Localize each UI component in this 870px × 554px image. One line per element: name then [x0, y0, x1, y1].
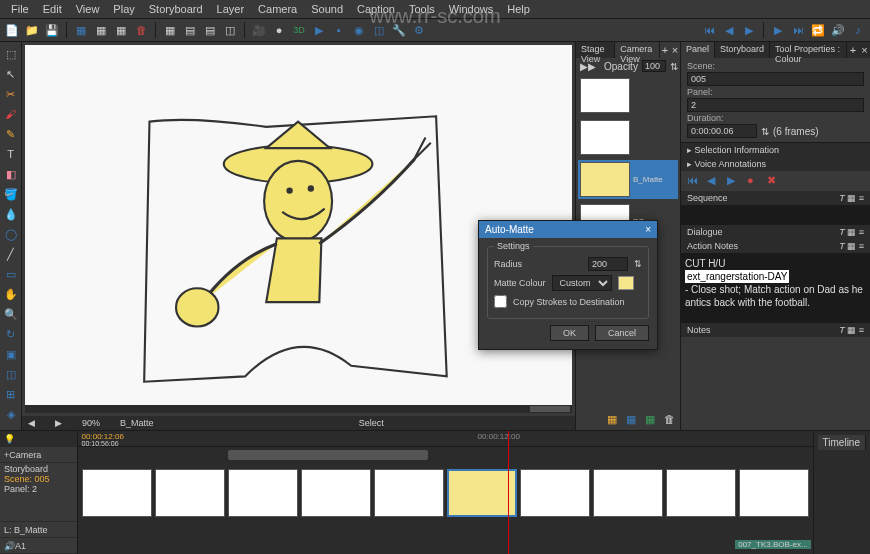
zoom-level[interactable]: 90%: [82, 418, 100, 428]
onion-icon[interactable]: ◉: [351, 22, 367, 38]
add-layer-icon[interactable]: ▦: [604, 411, 620, 427]
menu-view[interactable]: View: [69, 1, 107, 17]
play2-icon[interactable]: ▶: [727, 174, 741, 188]
close-view-icon[interactable]: ×: [670, 42, 680, 58]
delete-icon[interactable]: 🗑: [133, 22, 149, 38]
back-icon[interactable]: ◀: [707, 174, 721, 188]
camera-track[interactable]: [78, 447, 813, 463]
timeline-thumb[interactable]: [228, 469, 298, 517]
camera-track-label[interactable]: + Camera: [0, 447, 77, 463]
audio-clip[interactable]: 007_TK3.BOB-ex...: [735, 540, 810, 549]
menu-play[interactable]: Play: [106, 1, 141, 17]
action-notes-header[interactable]: Action Notes T ▦ ≡: [681, 239, 870, 253]
cutter-tool-icon[interactable]: ✂: [3, 86, 19, 102]
tab-tool-props[interactable]: Tool Properties : Colour: [770, 42, 847, 58]
panel-icon[interactable]: ▦: [73, 22, 89, 38]
overlay-icon[interactable]: ◫: [222, 22, 238, 38]
matte-colour-select[interactable]: Custom: [552, 275, 612, 291]
grid2-icon[interactable]: ◫: [371, 22, 387, 38]
eraser-tool-icon[interactable]: ◧: [3, 166, 19, 182]
timeline-thumb[interactable]: [374, 469, 444, 517]
spin-icon[interactable]: ⇅: [634, 259, 642, 269]
rect-tool-icon[interactable]: ▭: [3, 266, 19, 282]
timeline-thumb[interactable]: [739, 469, 809, 517]
expand-icon[interactable]: ▶▶: [580, 61, 596, 72]
stop-icon[interactable]: ✖: [767, 174, 781, 188]
brush-tool-icon[interactable]: 🖌: [3, 106, 19, 122]
last-icon[interactable]: ⏭: [790, 22, 806, 38]
selection-info-header[interactable]: ▸ Selection Information: [681, 143, 870, 157]
rotate-tool-icon[interactable]: ↻: [3, 326, 19, 342]
select-tool-icon[interactable]: ⬚: [3, 46, 19, 62]
list-icon[interactable]: ▤: [202, 22, 218, 38]
group-layer-icon[interactable]: ▦: [642, 411, 658, 427]
colour-swatch[interactable]: [618, 276, 634, 290]
record-icon[interactable]: ●: [747, 174, 761, 188]
layout-icon[interactable]: ▤: [182, 22, 198, 38]
dup-panel-icon[interactable]: ▦: [113, 22, 129, 38]
add-view-icon[interactable]: +: [660, 42, 670, 58]
delete-layer-icon[interactable]: 🗑: [661, 411, 677, 427]
layer-thumb[interactable]: [578, 118, 678, 157]
storyboard-track[interactable]: [78, 463, 813, 522]
tab-camera-view[interactable]: Camera View: [615, 42, 660, 58]
flatten-icon[interactable]: ▪: [331, 22, 347, 38]
pencil-tool-icon[interactable]: ✎: [3, 126, 19, 142]
library-icon[interactable]: ◈: [3, 406, 19, 422]
next-panel-icon[interactable]: ▶: [55, 418, 62, 428]
timeline-thumb[interactable]: [301, 469, 371, 517]
scene-input[interactable]: [687, 72, 864, 86]
zoom-tool-icon[interactable]: 🔍: [3, 306, 19, 322]
light-icon[interactable]: ●: [271, 22, 287, 38]
lightbulb-icon[interactable]: 💡: [4, 434, 15, 444]
layer-track[interactable]: [78, 522, 813, 538]
hand-tool-icon[interactable]: ✋: [3, 286, 19, 302]
tool-icon[interactable]: 🔧: [391, 22, 407, 38]
voice-ann-header[interactable]: ▸ Voice Annotations: [681, 157, 870, 171]
layer-tool-icon[interactable]: ◫: [3, 366, 19, 382]
dropper-tool-icon[interactable]: 💧: [3, 206, 19, 222]
spin-icon[interactable]: ⇅: [670, 61, 678, 72]
sequence-header[interactable]: Sequence T ▦ ≡: [681, 191, 870, 205]
spin-icon[interactable]: ⇅: [761, 126, 769, 137]
new-icon[interactable]: 📄: [4, 22, 20, 38]
sound-icon[interactable]: 🔊: [830, 22, 846, 38]
opacity-input[interactable]: [642, 60, 666, 72]
menu-edit[interactable]: Edit: [36, 1, 69, 17]
render-icon[interactable]: ▶: [311, 22, 327, 38]
sound-small-icon[interactable]: 🔊: [4, 541, 15, 551]
first-icon[interactable]: ⏮: [701, 22, 717, 38]
radius-input[interactable]: [588, 257, 628, 271]
scrub-icon[interactable]: ♪: [850, 22, 866, 38]
duration-input[interactable]: [687, 124, 757, 138]
menu-file[interactable]: File: [4, 1, 36, 17]
play-icon[interactable]: ▶: [741, 22, 757, 38]
cancel-button[interactable]: Cancel: [595, 325, 649, 341]
playhead[interactable]: [508, 431, 509, 554]
camera-tool-icon[interactable]: ▣: [3, 346, 19, 362]
text-tool-icon[interactable]: T: [3, 146, 19, 162]
prev-panel-icon[interactable]: ◀: [28, 418, 35, 428]
paint-tool-icon[interactable]: 🪣: [3, 186, 19, 202]
camera-icon[interactable]: 🎥: [251, 22, 267, 38]
layer-thumb-selected[interactable]: B_Matte: [578, 160, 678, 199]
prev-icon[interactable]: ◀: [721, 22, 737, 38]
dup
      -layer-icon[interactable]: ▦: [623, 411, 639, 427]
layer-track-label[interactable]: L: B_Matte: [0, 522, 77, 538]
menu-layer[interactable]: Layer: [210, 1, 252, 17]
menu-windows[interactable]: Windows: [442, 1, 501, 17]
tab-panel[interactable]: Panel: [681, 42, 715, 58]
timeline-thumb[interactable]: [82, 469, 152, 517]
close-icon[interactable]: ×: [645, 224, 651, 235]
copy-strokes-checkbox[interactable]: [494, 295, 507, 308]
menu-help[interactable]: Help: [500, 1, 537, 17]
dialogue-header[interactable]: Dialogue T ▦ ≡: [681, 225, 870, 239]
timeline-thumb[interactable]: [155, 469, 225, 517]
settings-icon[interactable]: ⚙: [411, 22, 427, 38]
rewind-icon[interactable]: ⏮: [687, 174, 701, 188]
timeline-thumb[interactable]: [593, 469, 663, 517]
close-gap-icon[interactable]: ◯: [3, 226, 19, 242]
storyboard-track-label[interactable]: Storyboard Scene: 005 Panel: 2: [0, 463, 77, 522]
menu-tools[interactable]: Tools: [402, 1, 442, 17]
tab-storyboard[interactable]: Storyboard: [715, 42, 770, 58]
